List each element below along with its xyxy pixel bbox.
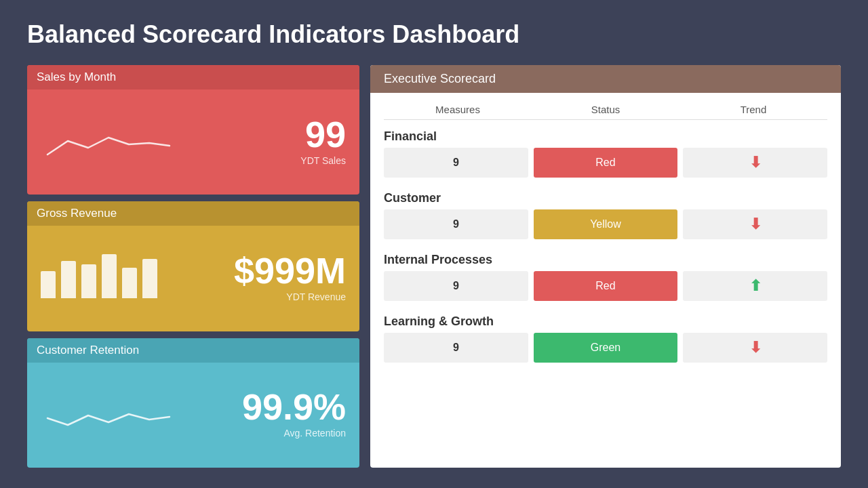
scorecard-header: Executive Scorecard <box>370 65 841 93</box>
learning-trend-arrow-down-icon: ⬇ <box>749 339 762 357</box>
customer-measure: 9 <box>384 209 528 239</box>
customer-trend-arrow-down-icon: ⬇ <box>749 216 762 233</box>
retention-main-value: 99.9% <box>242 388 346 425</box>
sales-card-header: Sales by Month <box>27 65 359 89</box>
retention-sparkline <box>41 390 242 437</box>
sales-value-block: 99 YDT Sales <box>300 116 346 166</box>
sales-sub-label: YDT Sales <box>300 155 346 166</box>
revenue-sub-label: YDT Revenue <box>234 291 346 302</box>
left-panel: Sales by Month 99 YDT Sales Gross Revenu… <box>27 65 359 468</box>
customer-status: Yellow <box>534 209 678 239</box>
bar-4 <box>102 254 117 298</box>
sales-card: Sales by Month 99 YDT Sales <box>27 65 359 195</box>
col-header-status: Status <box>532 104 679 115</box>
section-internal-processes: Internal Processes 9 Red ⬆ <box>384 247 827 306</box>
revenue-barchart <box>41 253 157 301</box>
scorecard-row-financial: 9 Red ⬇ <box>384 148 827 178</box>
page-title: Balanced Scorecard Indicators Dashboard <box>27 20 841 49</box>
col-headers: Measures Status Trend <box>384 98 827 120</box>
internal-status: Red <box>534 271 678 301</box>
bar-3 <box>81 264 96 298</box>
sales-card-body: 99 YDT Sales <box>27 89 359 195</box>
retention-value-block: 99.9% Avg. Retention <box>242 388 346 439</box>
retention-card-header: Customer Retention <box>27 338 359 363</box>
section-label-financial: Financial <box>384 124 827 148</box>
revenue-card-header: Gross Revenue <box>27 201 359 226</box>
scorecard-row-internal: 9 Red ⬆ <box>384 271 827 301</box>
retention-card: Customer Retention 99.9% Avg. Retention <box>27 338 359 468</box>
sales-sparkline <box>41 117 300 165</box>
retention-card-body: 99.9% Avg. Retention <box>27 363 359 468</box>
bar-2 <box>61 261 76 298</box>
financial-status: Red <box>534 148 678 178</box>
bar-6 <box>142 259 157 298</box>
retention-sub-label: Avg. Retention <box>242 428 346 439</box>
col-header-trend: Trend <box>679 104 827 115</box>
right-panel: Executive Scorecard Measures Status Tren… <box>370 65 841 468</box>
section-customer: Customer 9 Yellow ⬇ <box>384 186 827 245</box>
internal-trend-arrow-up-icon: ⬆ <box>749 277 762 295</box>
revenue-card-body: $999M YDT Revenue <box>27 226 359 331</box>
scorecard-row-customer: 9 Yellow ⬇ <box>384 209 827 239</box>
financial-measure: 9 <box>384 148 528 178</box>
bar-1 <box>41 271 56 298</box>
col-header-measures: Measures <box>384 104 532 115</box>
financial-trend-arrow-down-icon: ⬇ <box>749 154 762 171</box>
learning-measure: 9 <box>384 333 528 363</box>
section-label-internal-processes: Internal Processes <box>384 247 827 271</box>
bar-5 <box>122 268 137 298</box>
section-financial: Financial 9 Red ⬇ <box>384 124 827 183</box>
revenue-card: Gross Revenue $999M YDT Revenue <box>27 201 359 331</box>
learning-status: Green <box>534 333 678 363</box>
section-label-learning-growth: Learning & Growth <box>384 309 827 333</box>
customer-trend: ⬇ <box>683 209 827 239</box>
revenue-value-block: $999M YDT Revenue <box>234 252 346 302</box>
scorecard-row-learning: 9 Green ⬇ <box>384 333 827 363</box>
learning-trend: ⬇ <box>683 333 827 363</box>
section-learning-growth: Learning & Growth 9 Green ⬇ <box>384 309 827 368</box>
sales-main-value: 99 <box>300 116 346 152</box>
dashboard-body: Sales by Month 99 YDT Sales Gross Revenu… <box>27 65 841 468</box>
financial-trend: ⬇ <box>683 148 827 178</box>
scorecard-table: Measures Status Trend Financial 9 Red ⬇ … <box>370 93 841 468</box>
section-label-customer: Customer <box>384 186 827 209</box>
internal-trend: ⬆ <box>683 271 827 301</box>
revenue-main-value: $999M <box>234 252 346 289</box>
internal-measure: 9 <box>384 271 528 301</box>
